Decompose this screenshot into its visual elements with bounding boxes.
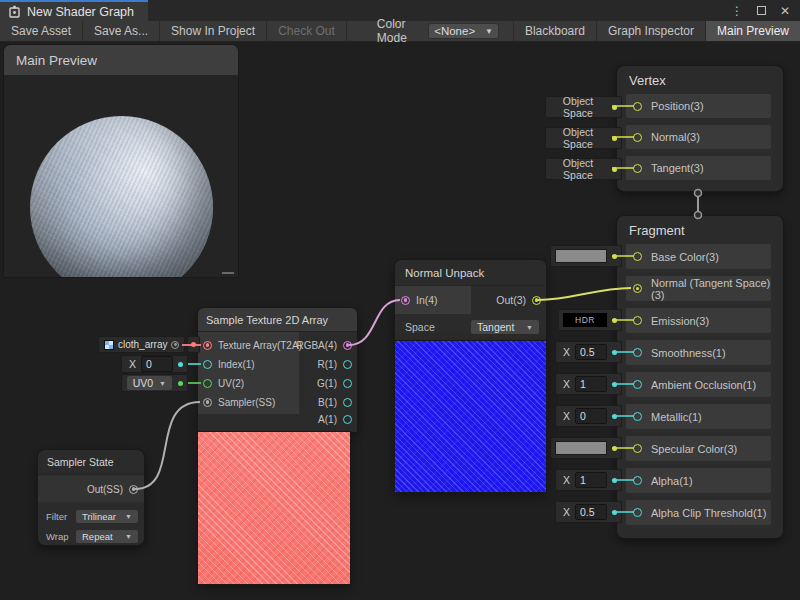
sample-texture-2d-array-node[interactable]: Sample Texture 2D Array Texture Array(T2…: [198, 308, 357, 432]
sampler-port[interactable]: [203, 398, 212, 407]
base-color-widget[interactable]: [550, 245, 622, 267]
main-preview-toggle-button[interactable]: Main Preview: [705, 21, 800, 41]
tangent-port[interactable]: [633, 164, 642, 173]
base-color-port[interactable]: [633, 252, 642, 261]
show-in-project-button[interactable]: Show In Project: [160, 21, 267, 41]
save-asset-button[interactable]: Save Asset: [0, 21, 83, 41]
normal-unpack-preview: [395, 341, 546, 492]
metallic-widget[interactable]: X 0: [555, 405, 622, 427]
float-field[interactable]: 0: [141, 356, 173, 372]
b-port[interactable]: [343, 398, 352, 407]
shader-preview-sphere: [30, 116, 213, 277]
color-swatch[interactable]: [555, 441, 607, 455]
output-label: G(1): [317, 378, 337, 389]
in-port[interactable]: [401, 296, 410, 305]
hdr-color-swatch[interactable]: HDR: [563, 313, 607, 327]
slot-label: Alpha(1): [651, 475, 693, 487]
space-label: Space: [405, 321, 435, 333]
uv-port[interactable]: [203, 379, 212, 388]
out-ss-port[interactable]: [129, 485, 138, 494]
slot-label: Normal(3): [651, 131, 700, 143]
uv-channel-value: UV0: [133, 377, 153, 389]
port-dot: [612, 414, 617, 419]
save-as-button[interactable]: Save As...: [83, 21, 160, 41]
input-index: Index(1): [203, 355, 255, 373]
input-label: Texture Array(T2A): [218, 340, 302, 351]
wrap-dropdown[interactable]: Repeat ▼: [75, 529, 139, 544]
main-preview-panel[interactable]: Main Preview: [4, 45, 238, 277]
metallic-port[interactable]: [633, 412, 642, 421]
slot-label: Tangent(3): [651, 162, 704, 174]
window-menu-icon[interactable]: ⋮: [731, 4, 743, 18]
normal-port[interactable]: [633, 133, 642, 142]
smoothness-port[interactable]: [633, 348, 642, 357]
property-output-port[interactable]: [171, 341, 179, 349]
chevron-down-icon: ▼: [125, 513, 132, 520]
uv-channel-widget[interactable]: UV0 ▼: [121, 374, 188, 392]
space-dropdown[interactable]: Tangent ▼: [470, 319, 540, 335]
port-dot: [612, 510, 617, 515]
ambient-occlusion-widget[interactable]: X 1: [555, 373, 622, 395]
normal-unpack-node[interactable]: Normal Unpack In(4) Out(3) Space Tangent…: [395, 260, 546, 341]
emission-port[interactable]: [633, 316, 642, 325]
uv-channel-dropdown[interactable]: UV0 ▼: [126, 375, 173, 391]
space-value: Tangent: [477, 321, 514, 333]
vertex-node[interactable]: Vertex Position(3) Normal(3) Tangent(3): [617, 66, 783, 191]
float-field[interactable]: 0: [575, 408, 607, 424]
alpha-clip-threshold-port[interactable]: [633, 508, 642, 517]
graph-inspector-toggle-button[interactable]: Graph Inspector: [596, 21, 705, 41]
alpha-port[interactable]: [633, 476, 642, 485]
blackboard-toggle-button[interactable]: Blackboard: [513, 21, 596, 41]
port-dot: [612, 136, 617, 141]
sampler-state-node[interactable]: Sampler State Out(SS) Filter Trilinear ▼…: [38, 450, 144, 545]
r-port[interactable]: [343, 360, 352, 369]
slot-specular-color: Specular Color(3): [626, 436, 771, 461]
normal-tangent-space-port[interactable]: [633, 284, 642, 293]
port-dot-box: [187, 336, 200, 353]
maximize-icon[interactable]: [757, 6, 766, 15]
close-icon[interactable]: ✕: [780, 4, 790, 18]
position-space-selector[interactable]: Object Space: [545, 96, 622, 118]
tangent-space-selector[interactable]: Object Space: [545, 158, 622, 180]
float-field[interactable]: 0.5: [575, 344, 607, 360]
alpha-widget[interactable]: X 1: [555, 469, 622, 491]
index-port[interactable]: [203, 360, 212, 369]
out-label: Out(SS): [87, 484, 123, 495]
smoothness-widget[interactable]: X 0.5: [555, 341, 622, 363]
out-port[interactable]: [532, 296, 541, 305]
chevron-down-icon: ▼: [125, 533, 132, 540]
rgba-port[interactable]: [343, 341, 352, 350]
filter-row: Filter Trilinear ▼: [38, 506, 144, 526]
fragment-node[interactable]: Fragment Base Color(3) Normal (Tangent S…: [617, 216, 783, 538]
tab-new-shader-graph[interactable]: New Shader Graph: [0, 0, 148, 21]
position-port[interactable]: [633, 102, 642, 111]
resize-grip[interactable]: [222, 272, 234, 274]
float-field[interactable]: 1: [575, 376, 607, 392]
float-field[interactable]: 1: [575, 472, 607, 488]
specular-color-widget[interactable]: [550, 437, 622, 459]
alpha-clip-threshold-widget[interactable]: X 0.5: [555, 501, 622, 523]
filter-dropdown[interactable]: Trilinear ▼: [75, 509, 139, 524]
slot-ambient-occlusion: Ambient Occlusion(1): [626, 372, 771, 397]
color-mode-dropdown[interactable]: <None> ▼: [428, 23, 499, 39]
color-swatch[interactable]: [555, 249, 607, 263]
g-port[interactable]: [343, 379, 352, 388]
chevron-down-icon: ▼: [526, 324, 533, 331]
ambient-occlusion-port[interactable]: [633, 380, 642, 389]
normal-space-selector[interactable]: Object Space: [545, 127, 622, 149]
output-label: A(1): [318, 414, 337, 425]
index-value-widget[interactable]: X 0: [121, 355, 188, 373]
input-label: Index(1): [218, 359, 255, 370]
slot-alpha: Alpha(1): [626, 468, 771, 493]
chevron-down-icon: ▼: [159, 380, 166, 387]
float-field[interactable]: 0.5: [575, 504, 607, 520]
graph-canvas[interactable]: Main Preview Vertex Position(3) Normal(3…: [0, 42, 800, 600]
specular-color-port[interactable]: [633, 444, 642, 453]
output-a: A(1): [318, 410, 352, 428]
a-port[interactable]: [343, 415, 352, 424]
texture-array-port[interactable]: [203, 341, 212, 350]
sampler-state-title: Sampler State: [38, 450, 144, 474]
port-dot: [612, 105, 617, 110]
emission-hdr-widget[interactable]: HDR: [558, 309, 622, 331]
cloth-array-property-pill[interactable]: cloth_array: [98, 336, 185, 353]
